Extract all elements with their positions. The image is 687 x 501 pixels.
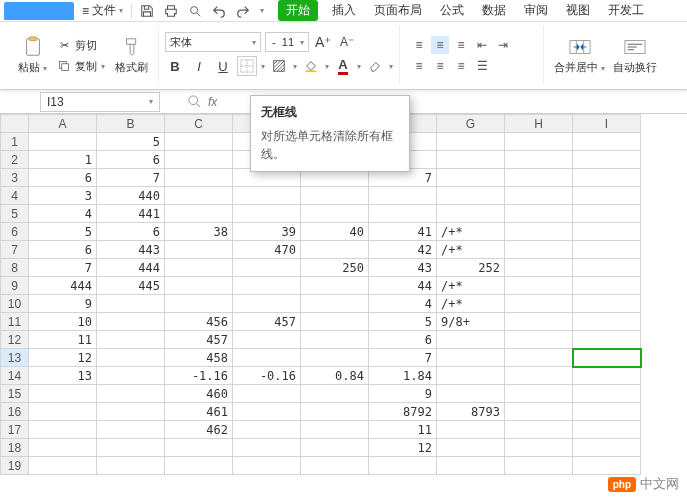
- cell[interactable]: 5: [29, 223, 97, 241]
- cell[interactable]: [573, 457, 641, 475]
- cell[interactable]: [573, 187, 641, 205]
- cell[interactable]: [97, 313, 165, 331]
- cell[interactable]: [505, 349, 573, 367]
- cell[interactable]: [573, 367, 641, 385]
- cell[interactable]: 8793: [437, 403, 505, 421]
- cell[interactable]: /+*: [437, 241, 505, 259]
- cell[interactable]: [437, 169, 505, 187]
- cell[interactable]: [437, 421, 505, 439]
- zoom-icon[interactable]: [188, 95, 202, 109]
- save-icon[interactable]: [140, 4, 154, 18]
- cell[interactable]: 0.84: [301, 367, 369, 385]
- italic-button[interactable]: I: [189, 56, 209, 76]
- cell[interactable]: [505, 367, 573, 385]
- cell[interactable]: 9: [29, 295, 97, 313]
- cell[interactable]: 250: [301, 259, 369, 277]
- cell[interactable]: 470: [233, 241, 301, 259]
- row-header[interactable]: 11: [1, 313, 29, 331]
- grow-font-icon[interactable]: A⁺: [313, 32, 333, 52]
- cell[interactable]: [437, 133, 505, 151]
- cell[interactable]: 6: [97, 151, 165, 169]
- col-header[interactable]: C: [165, 115, 233, 133]
- cell[interactable]: [437, 367, 505, 385]
- row-header[interactable]: 15: [1, 385, 29, 403]
- qat-more[interactable]: ▾: [260, 6, 264, 15]
- align-left-icon[interactable]: ≡: [410, 57, 428, 75]
- app-tab[interactable]: [4, 2, 74, 20]
- font-color-button[interactable]: A: [333, 56, 353, 76]
- cell[interactable]: [505, 457, 573, 475]
- cell[interactable]: [165, 259, 233, 277]
- cell[interactable]: 7: [29, 259, 97, 277]
- cell[interactable]: -1.16: [165, 367, 233, 385]
- cell[interactable]: 11: [369, 421, 437, 439]
- cell[interactable]: 5: [369, 313, 437, 331]
- row-header[interactable]: 10: [1, 295, 29, 313]
- eraser-icon[interactable]: [365, 56, 385, 76]
- cell[interactable]: [437, 331, 505, 349]
- cell[interactable]: 43: [369, 259, 437, 277]
- cell[interactable]: [573, 439, 641, 457]
- cell[interactable]: [505, 259, 573, 277]
- cell[interactable]: [97, 457, 165, 475]
- col-header[interactable]: H: [505, 115, 573, 133]
- fill-color-button[interactable]: [301, 56, 321, 76]
- cell[interactable]: 5: [97, 133, 165, 151]
- cell[interactable]: [573, 151, 641, 169]
- cell[interactable]: [233, 457, 301, 475]
- cell[interactable]: 456: [165, 313, 233, 331]
- cell[interactable]: 460: [165, 385, 233, 403]
- cell[interactable]: [301, 403, 369, 421]
- row-header[interactable]: 14: [1, 367, 29, 385]
- paste-button[interactable]: 粘贴 ▾: [14, 34, 51, 77]
- cell[interactable]: 41: [369, 223, 437, 241]
- cell[interactable]: 7: [97, 169, 165, 187]
- cell[interactable]: [301, 457, 369, 475]
- cell[interactable]: [233, 187, 301, 205]
- copy-button[interactable]: 复制▾: [55, 58, 107, 75]
- cell[interactable]: [301, 331, 369, 349]
- cell[interactable]: [505, 205, 573, 223]
- cell[interactable]: [301, 421, 369, 439]
- cell[interactable]: 4: [369, 295, 437, 313]
- cell[interactable]: 3: [29, 187, 97, 205]
- col-header[interactable]: I: [573, 115, 641, 133]
- cell[interactable]: 444: [29, 277, 97, 295]
- tab-insert[interactable]: 插入: [332, 2, 356, 19]
- row-header[interactable]: 6: [1, 223, 29, 241]
- cell[interactable]: [505, 385, 573, 403]
- cell[interactable]: [505, 421, 573, 439]
- cell[interactable]: 1: [29, 151, 97, 169]
- indent-decrease-icon[interactable]: ⇤: [473, 36, 491, 54]
- cell[interactable]: [233, 421, 301, 439]
- cell[interactable]: 441: [97, 205, 165, 223]
- cell[interactable]: [573, 385, 641, 403]
- cell[interactable]: [573, 349, 641, 367]
- cell[interactable]: [505, 223, 573, 241]
- cell[interactable]: [165, 133, 233, 151]
- row-header[interactable]: 13: [1, 349, 29, 367]
- row-header[interactable]: 16: [1, 403, 29, 421]
- cell[interactable]: [437, 439, 505, 457]
- cell[interactable]: [505, 295, 573, 313]
- tab-start[interactable]: 开始: [278, 0, 318, 21]
- row-header[interactable]: 7: [1, 241, 29, 259]
- cell[interactable]: [97, 349, 165, 367]
- tab-view[interactable]: 视图: [566, 2, 590, 19]
- cell[interactable]: [233, 205, 301, 223]
- cell[interactable]: [573, 169, 641, 187]
- cell[interactable]: [505, 313, 573, 331]
- tab-formulas[interactable]: 公式: [440, 2, 464, 19]
- cell[interactable]: [505, 241, 573, 259]
- cell[interactable]: 6: [29, 169, 97, 187]
- cell[interactable]: [97, 331, 165, 349]
- cell[interactable]: [233, 259, 301, 277]
- print-icon[interactable]: [164, 4, 178, 18]
- cell[interactable]: [505, 277, 573, 295]
- cell[interactable]: 9: [369, 385, 437, 403]
- cell[interactable]: 12: [29, 349, 97, 367]
- cell[interactable]: [233, 277, 301, 295]
- cell[interactable]: [97, 295, 165, 313]
- row-header[interactable]: 18: [1, 439, 29, 457]
- cell[interactable]: [165, 241, 233, 259]
